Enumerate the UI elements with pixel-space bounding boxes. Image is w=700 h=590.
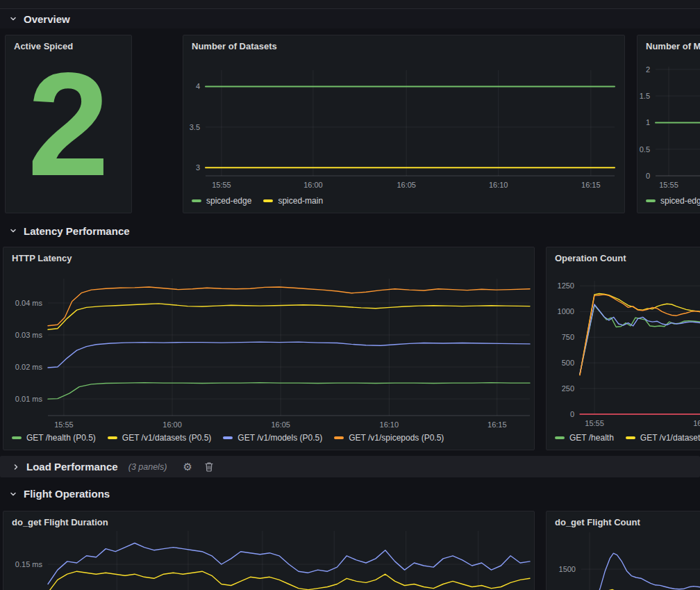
y-axis-tick-label: 500: [562, 359, 574, 367]
http-latency-chart: 0.04 ms0.03 ms0.02 ms0.01 ms15:5516:0016…: [3, 247, 534, 450]
y-axis-tick-label: 1.5: [640, 92, 650, 100]
legend-series-label: GET /v1/datasets (P0.5): [122, 433, 212, 443]
panel-number-of-datasets: Number of Datasets 43.5315:5516:0016:051…: [183, 35, 625, 213]
x-axis-tick-label: 16:15: [488, 420, 507, 429]
series-line: [48, 383, 530, 400]
chart-canvas: 0.04 ms0.03 ms0.02 ms0.01 ms15:5516:0016…: [3, 247, 535, 451]
models-chart: 21.510.5015:5516:00spiced-edgespiced-mai…: [638, 35, 700, 213]
legend-series-dash: [12, 436, 22, 439]
datasets-chart: 43.5315:5516:0016:0516:1016:15spiced-edg…: [183, 35, 624, 213]
series-line: [48, 543, 530, 584]
x-axis-tick-label: 16:05: [271, 420, 290, 429]
legend-item[interactable]: spiced-edge: [192, 196, 251, 206]
section-header-flight-operations[interactable]: Flight Operations: [0, 484, 700, 503]
y-axis-tick-label: 1000: [558, 307, 574, 316]
y-axis-tick-label: 3.5: [190, 123, 200, 131]
section-header-overview[interactable]: Overview: [0, 9, 700, 28]
chevron-down-icon: [9, 15, 17, 23]
panel-title-http-latency[interactable]: HTTP Latency: [12, 253, 72, 263]
x-axis-tick-label: 15:55: [212, 181, 231, 189]
legend-series-label: spiced-edge: [660, 196, 700, 206]
y-axis-tick-label: 2: [646, 65, 650, 74]
x-axis-tick-label: 16:15: [581, 181, 601, 189]
y-axis-tick-label: 1250: [558, 281, 574, 290]
series-line: [597, 553, 700, 590]
panel-title-operation-count[interactable]: Operation Count: [555, 253, 626, 263]
y-axis-tick-label: 1500: [559, 565, 576, 573]
legend-series-label: GET /v1/models (P0.5): [238, 433, 322, 443]
x-axis-tick-label: 15:55: [585, 419, 604, 427]
gear-icon[interactable]: ⚙: [180, 460, 195, 474]
legend-series-label: GET /v1/spicepods (P0.5): [349, 433, 444, 443]
chart-legend: GET /health (P0.5)GET /v1/datasets (P0.5…: [12, 433, 444, 443]
y-axis-tick-label: 4: [196, 82, 200, 90]
panel-title-flight-count[interactable]: do_get Flight Count: [555, 517, 640, 527]
legend-series-dash: [263, 199, 273, 202]
chart-canvas: 21.510.5015:5516:00: [638, 35, 700, 214]
legend-item[interactable]: GET /health: [555, 433, 614, 443]
panel-title-active-spiced[interactable]: Active Spiced: [14, 41, 73, 51]
big-stat-value: 2: [6, 35, 131, 213]
legend-series-label: spiced-main: [278, 196, 323, 206]
panel-title-flight-duration[interactable]: do_get Flight Duration: [12, 517, 108, 527]
x-axis-tick-label: 16:00: [303, 181, 323, 189]
chevron-right-icon: [12, 463, 20, 471]
series-line: [580, 305, 700, 374]
chevron-down-icon: [9, 490, 17, 498]
section-panel-count: (3 panels): [128, 462, 167, 472]
chart-legend: spiced-edgespiced-main: [646, 196, 700, 206]
panel-http-latency: HTTP Latency 0.04 ms0.03 ms0.02 ms0.01 m…: [3, 247, 535, 450]
legend-item[interactable]: GET /v1/datasets: [626, 433, 700, 443]
section-title-flight-operations: Flight Operations: [24, 488, 110, 500]
section-title-overview: Overview: [24, 13, 70, 25]
section-header-latency-performance[interactable]: Latency Performance: [0, 221, 700, 240]
trash-icon[interactable]: [201, 460, 217, 474]
y-axis-tick-label: 0: [646, 172, 650, 180]
series-line: [48, 571, 530, 590]
legend-item[interactable]: spiced-edge: [646, 196, 700, 206]
y-axis-tick-label: 1: [646, 118, 650, 126]
y-axis-tick-label: 3: [196, 163, 200, 172]
series-line: [48, 304, 530, 329]
legend-series-dash: [108, 436, 117, 439]
panel-title-number-of-models[interactable]: Number of Models: [646, 41, 700, 51]
series-line: [580, 304, 700, 374]
y-axis-tick-label: 0.04 ms: [15, 299, 43, 307]
legend-item[interactable]: spiced-main: [263, 196, 323, 206]
legend-item[interactable]: GET /v1/spicepods (P0.5): [334, 433, 444, 443]
y-axis-tick-label: 750: [562, 333, 574, 341]
chevron-down-icon: [9, 227, 17, 235]
chart-legend: GET /healthGET /v1/datasetsGET /v1/model…: [555, 433, 700, 443]
legend-item[interactable]: GET /v1/datasets (P0.5): [108, 433, 212, 443]
chart-legend: spiced-edgespiced-main: [192, 196, 323, 206]
chart-canvas: 12501000750500250015:5516:00: [547, 247, 700, 451]
legend-series-dash: [334, 436, 344, 439]
y-axis-tick-label: 0.03 ms: [15, 331, 43, 339]
panel-active-spiced: Active Spiced 2: [5, 35, 132, 213]
legend-series-label: spiced-edge: [206, 196, 251, 206]
legend-series-dash: [646, 199, 656, 202]
legend-series-label: GET /health (P0.5): [26, 433, 96, 443]
y-axis-tick-label: 0.5: [640, 145, 650, 154]
legend-series-dash: [223, 436, 233, 439]
legend-item[interactable]: GET /health (P0.5): [12, 433, 96, 443]
series-line: [48, 342, 530, 368]
legend-series-dash: [555, 436, 565, 439]
legend-series-label: GET /health: [569, 433, 614, 443]
x-axis-tick-label: 16:10: [489, 181, 508, 189]
section-header-load-performance[interactable]: Load Performance (3 panels) ⚙: [0, 456, 700, 477]
y-axis-tick-label: 0.15 ms: [15, 560, 43, 568]
legend-item[interactable]: GET /v1/models (P0.5): [223, 433, 322, 443]
x-axis-tick-label: 15:55: [659, 181, 678, 189]
legend-series-dash: [192, 199, 201, 202]
top-strip: [0, 0, 700, 9]
panel-do-get-flight-duration: do_get Flight Duration 0.15 ms: [3, 511, 535, 590]
x-axis-tick-label: 15:55: [54, 420, 74, 429]
section-title-load-performance: Load Performance: [26, 461, 118, 473]
chart-canvas: 43.5315:5516:0016:0516:1016:15: [183, 35, 626, 214]
y-axis-tick-label: 250: [562, 384, 574, 393]
x-axis-tick-label: 16:00: [162, 420, 182, 429]
x-axis-tick-label: 16:00: [693, 419, 700, 427]
y-axis-tick-label: 0: [570, 410, 574, 418]
panel-title-number-of-datasets[interactable]: Number of Datasets: [192, 41, 277, 51]
